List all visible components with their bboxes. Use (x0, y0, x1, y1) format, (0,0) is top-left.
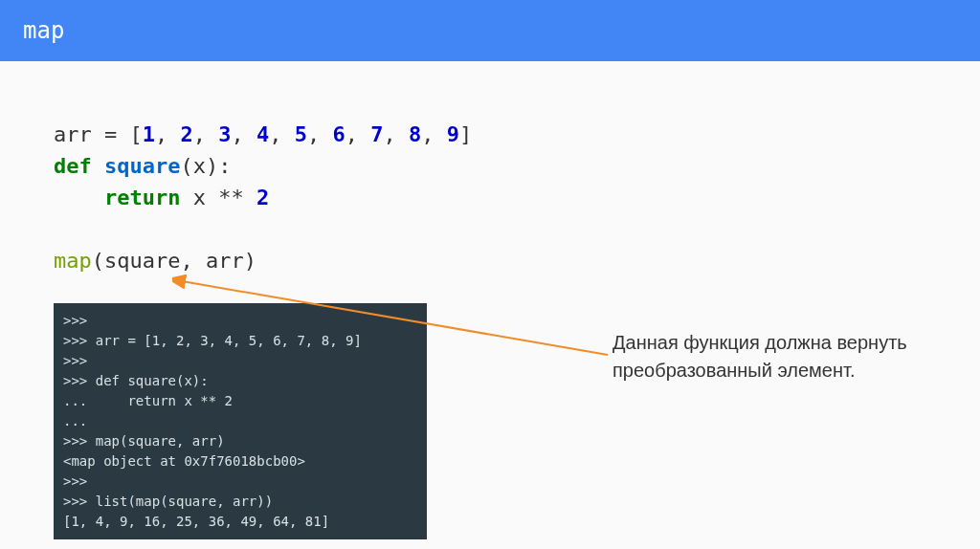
terminal-line: <map object at 0x7f76018bcb00> (63, 453, 305, 469)
code-line-3: return x ** 2 (54, 182, 926, 213)
code-line-blank (54, 213, 926, 245)
annotation-text: Данная функция должна вернуть преобразов… (612, 329, 980, 384)
code-example: arr = [1, 2, 3, 4, 5, 6, 7, 8, 9] def sq… (54, 119, 926, 276)
slide-header: map (0, 0, 980, 61)
slide-title: map (23, 17, 64, 44)
terminal-line: ... (63, 413, 87, 428)
slide-content: arr = [1, 2, 3, 4, 5, 6, 7, 8, 9] def sq… (0, 61, 980, 549)
code-line-2: def square(x): (54, 150, 926, 182)
terminal-line: ... return x ** 2 (63, 393, 233, 408)
code-line-4: map(square, arr) (54, 245, 926, 276)
terminal-output: >>> >>> arr = [1, 2, 3, 4, 5, 6, 7, 8, 9… (54, 303, 427, 539)
terminal-line: >>> map(square, arr) (63, 433, 225, 449)
terminal-line: >>> (63, 473, 87, 489)
terminal-line: >>> arr = [1, 2, 3, 4, 5, 6, 7, 8, 9] (63, 333, 362, 348)
code-line-1: arr = [1, 2, 3, 4, 5, 6, 7, 8, 9] (54, 119, 926, 150)
terminal-line: >>> (63, 353, 87, 368)
terminal-line: [1, 4, 9, 16, 25, 36, 49, 64, 81] (63, 514, 329, 529)
terminal-line: >>> (63, 313, 87, 328)
terminal-line: >>> list(map(square, arr)) (63, 494, 273, 509)
terminal-line: >>> def square(x): (63, 373, 209, 388)
